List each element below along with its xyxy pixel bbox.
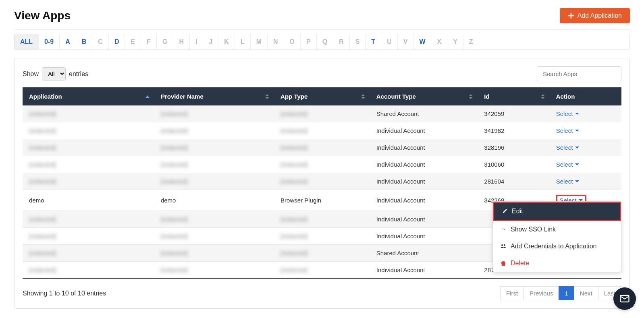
caret-down-icon [575,163,579,165]
select-action[interactable]: Select [556,110,580,117]
page-1[interactable]: 1 [559,286,574,300]
select-action[interactable]: Select [556,161,580,168]
alpha-n: N [268,34,284,50]
alpha-0-9[interactable]: 0-9 [39,34,60,50]
col-provider[interactable]: Provider Name [154,87,274,105]
table-row: [redacted][redacted][redacted]Individual… [23,139,621,156]
alpha-z: Z [463,34,479,50]
add-application-button[interactable]: Add Application [560,8,630,23]
alpha-a[interactable]: A [60,34,76,50]
mail-icon [619,293,630,304]
dropdown-edit[interactable]: Edit [493,202,621,221]
chat-fab[interactable] [613,287,636,310]
select-action[interactable]: Select [556,127,580,134]
alpha-all[interactable]: ALL [15,34,39,50]
alpha-y: Y [447,34,463,50]
plus-icon [568,12,574,19]
page-size-select[interactable]: All [42,67,66,81]
table-row: [redacted][redacted][redacted]Individual… [23,122,621,139]
page-first[interactable]: First [500,286,524,300]
alpha-e: E [125,34,141,50]
search-input[interactable] [537,66,621,81]
alpha-k: K [218,34,235,50]
dropdown-delete[interactable]: Delete [493,255,621,272]
edit-icon [501,208,508,215]
page-size-control: Show All entries [23,67,88,81]
entries-info: Showing 1 to 10 of 10 entries [23,290,106,297]
alpha-filter: ALL0-9ABCDEFGHIJKLMNOPQRSTUVWXYZ [14,34,630,50]
alpha-d[interactable]: D [109,34,125,50]
table-row: [redacted][redacted][redacted]Individual… [23,156,621,173]
select-action[interactable]: Select [556,178,580,185]
alpha-f: F [141,34,157,50]
dropdown-show-sso[interactable]: Show SSO Link [493,221,621,238]
col-id[interactable]: Id [478,87,549,105]
col-apptype[interactable]: App Type [274,87,370,105]
apps-table: Application Provider Name App Type Accou… [23,87,621,279]
alpha-i: I [190,34,203,50]
pagination: First Previous 1 Next Last [501,286,621,300]
col-action: Action [550,87,621,105]
alpha-t[interactable]: T [366,34,381,50]
alpha-l: L [235,34,251,50]
alpha-c: C [92,34,109,50]
select-action[interactable]: Select [556,144,580,151]
col-application[interactable]: Application [23,87,154,105]
page-title: View Apps [14,9,71,22]
alpha-g: G [157,34,173,50]
caret-down-icon [575,180,579,182]
alpha-m: M [251,34,268,50]
alpha-v: V [398,34,414,50]
alpha-p: P [301,34,317,50]
svg-point-0 [501,244,503,246]
alpha-x: X [431,34,447,50]
alpha-r: R [333,34,350,50]
dropdown-add-credentials[interactable]: Add Credentials to Application [493,238,621,255]
alpha-h: H [173,34,190,50]
alpha-u: U [381,34,398,50]
page-previous[interactable]: Previous [524,286,559,300]
alpha-j: J [203,34,218,50]
link-icon [500,226,507,233]
alpha-q: Q [317,34,333,50]
caret-down-icon [575,147,579,149]
alpha-b[interactable]: B [76,34,93,50]
page-next[interactable]: Next [574,286,598,300]
svg-point-1 [504,244,505,246]
table-row: [redacted][redacted][redacted]Shared Acc… [23,105,621,122]
caret-down-icon [575,113,579,115]
alpha-w[interactable]: W [413,34,431,50]
alpha-s: S [350,34,366,50]
table-row: [redacted][redacted][redacted]Individual… [23,173,621,190]
users-icon [500,243,507,250]
trash-icon [500,260,507,266]
alpha-o: O [284,34,301,50]
col-accounttype[interactable]: Account Type [370,87,478,105]
table-row: demodemoBrowser PluginIndividual Account… [23,190,621,211]
action-dropdown: EditShow SSO LinkAdd Credentials to Appl… [492,201,621,272]
caret-down-icon [575,130,579,132]
